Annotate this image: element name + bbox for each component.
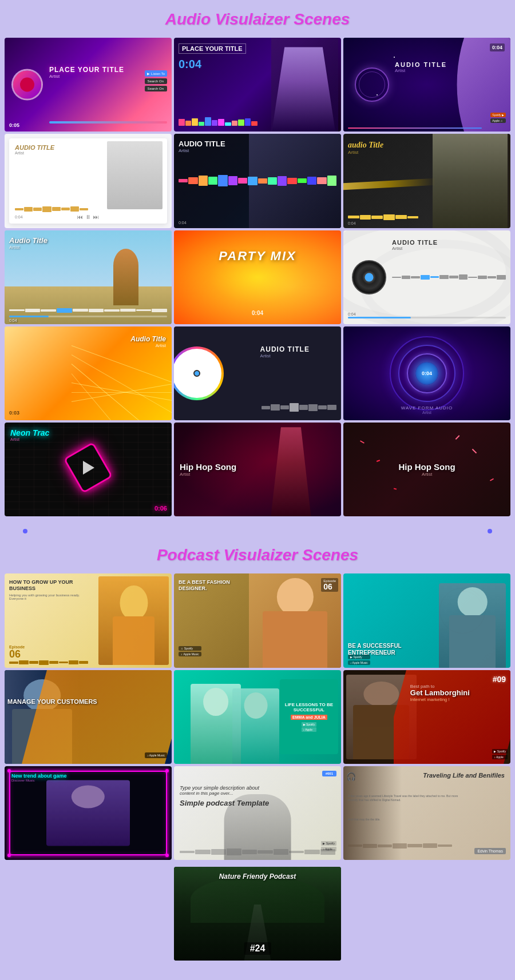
audio-grid: PLACE YOUR TITLE Artist ▶ Listen To Sear… — [0, 34, 515, 523]
s1-title: PLACE YOUR TITLE — [49, 66, 124, 74]
podcast-scene-7[interactable]: New trend about game Discover Music — [5, 766, 172, 860]
s11-time: 0:04 — [192, 377, 201, 383]
s3-time: 0:04 — [490, 43, 505, 51]
s15-title: Hip Hop Song — [398, 462, 455, 472]
s13-subtitle: Artist — [10, 437, 49, 441]
ps9-subtitle: Edvin Thomas — [477, 849, 503, 853]
s3-title: AUDIO TITLE — [395, 61, 447, 68]
audio-scene-13[interactable]: Neon Trac Artist 0:06 — [5, 423, 172, 516]
ps6-title: Get Lamborghini — [410, 689, 508, 697]
audio-scene-7[interactable]: Audio Title Artist 0:04 — [5, 230, 172, 324]
ps9-title: Traveling Life and Benifiles — [423, 772, 505, 779]
s10-title: Audio Title — [130, 335, 166, 343]
s4-title: AUDIO TITLE — [15, 144, 54, 151]
podcast-scene-6[interactable]: Best path to Get Lamborghini Internet ma… — [343, 670, 510, 764]
dot-right — [488, 529, 492, 533]
s14-title: Hip Hop Song — [180, 462, 236, 472]
s4-subtitle: Artist — [15, 151, 54, 155]
s12-time: 0:04 — [422, 371, 432, 376]
s5-time: 0:04 — [179, 221, 187, 225]
audio-scene-3[interactable]: AUDIO TITLE Artist 0:04 Spotify ▶ Apple … — [343, 38, 510, 132]
s15-subtitle: Artist — [398, 472, 455, 477]
audio-scene-8[interactable]: PARTY MIX 0:04 — [174, 230, 341, 324]
s7-subtitle: Artist — [9, 245, 47, 250]
s9-time: 0:04 — [348, 312, 356, 316]
s11-title: AUDIO TITLE — [260, 345, 335, 353]
audio-scene-4[interactable]: AUDIO TITLE Artist ⏮ — [5, 134, 172, 228]
ps1-title: HOW TO GROW UP YOUR BUSINESS — [9, 579, 88, 592]
audio-scene-15[interactable]: Hip Hop Song Artist — [343, 423, 510, 516]
s14-subtitle: Artist — [180, 472, 236, 477]
podcast-scene-8[interactable]: Type your simple description about conte… — [174, 766, 341, 860]
audio-section-header: Audio Visulaizer Scenes — [0, 0, 515, 34]
audio-scene-6[interactable]: audio Title Artist 0:04 — [343, 134, 510, 228]
podcast-scene-2[interactable]: BE A BEST FASHION DESIGNER. Episode 06 ♫… — [174, 573, 341, 667]
s4-time-bottom: 0:04 — [15, 215, 23, 219]
podcast-scene-4[interactable]: MANAGE YOUR CUSTOMERS ♪ Apple Music — [5, 670, 172, 764]
podcast-section: Podcast Visulaizer Scenes HOW TO GROW UP… — [0, 523, 515, 967]
audio-scene-12[interactable]: 0:04 WAVE FORM AUDIO Artist — [343, 326, 510, 420]
audio-scene-5[interactable]: AUDIO TITLE Artist — [174, 134, 341, 228]
s5-title: AUDIO TITLE — [179, 140, 225, 148]
s5-subtitle: Artist — [179, 148, 225, 153]
audio-scene-10[interactable]: Audio Title Artist 0:03 — [5, 326, 172, 420]
ps4-title: MANAGE YOUR CUSTOMERS — [7, 698, 105, 705]
podcast-scene-1[interactable]: HOW TO GROW UP YOUR BUSINESS Helping you… — [5, 573, 172, 667]
s9-title: AUDIO TITLE — [392, 239, 438, 246]
audio-scene-1[interactable]: PLACE YOUR TITLE Artist ▶ Listen To Sear… — [5, 38, 172, 132]
audio-scene-14[interactable]: Hip Hop Song Artist — [174, 423, 341, 516]
podcast-scene-10[interactable]: Nature Friendy Podcast #24 — [174, 867, 341, 961]
s9-subtitle: Artist — [392, 246, 438, 251]
s10-time: 0:03 — [9, 410, 19, 416]
ps7-title: New trend about game — [11, 773, 67, 779]
audio-scene-9[interactable]: AUDIO TITLE Artist 0 — [343, 230, 510, 324]
ps5-title: LIFE LESSONS TO BE SUCCESSFUL — [282, 702, 336, 713]
s8-title: PARTY MIX — [219, 249, 296, 264]
audio-scene-2[interactable]: PLACE YOUR TITLE 0:04 — [174, 38, 341, 132]
podcast-title: Podcast Visulaizer Scenes — [0, 536, 515, 570]
ps10-title: Nature Friendy Podcast — [183, 873, 332, 881]
s7-time: 0:04 — [9, 318, 17, 322]
audio-scene-11[interactable]: 0:04 AUDIO TITLE Artist — [174, 326, 341, 420]
s8-time: 0:04 — [252, 310, 263, 316]
s13-title: Neon Trac — [10, 428, 49, 437]
s11-subtitle: Artist — [260, 353, 335, 358]
dot-left — [23, 529, 27, 533]
s6-time: 0:04 — [348, 221, 356, 225]
ps2-title: BE A BEST FASHION DESIGNER. — [179, 579, 249, 592]
s6-subtitle: Artist — [348, 150, 383, 155]
s6-title: audio Title — [348, 141, 383, 150]
s10-subtitle: Artist — [130, 343, 166, 348]
podcast-grid: HOW TO GROW UP YOUR BUSINESS Helping you… — [0, 570, 515, 867]
s7-title: Audio Title — [9, 236, 47, 245]
s2-title: PLACE YOUR TITLE — [179, 43, 246, 54]
s13-time: 0:06 — [154, 505, 167, 512]
s2-time: 0:04 — [179, 58, 201, 71]
podcast-bottom-row: Nature Friendy Podcast #24 — [0, 867, 515, 967]
podcast-scene-3[interactable]: BE A SUCCESSFUL ENTREPRENEUR ▶ Spotify ♪… — [343, 573, 510, 667]
audio-title: Audio Visulaizer Scenes — [0, 0, 515, 34]
s1-time: 0:05 — [9, 122, 19, 128]
ps8-title: Simple podcast Template — [180, 799, 269, 807]
podcast-scene-9[interactable]: 🎧 Traveling Life and Benifiles A few yea… — [343, 766, 510, 860]
ps5-subtitle: EMMA and JULIA — [291, 715, 327, 720]
podcast-scene-5[interactable]: LIFE LESSONS TO BE SUCCESSFUL EMMA and J… — [174, 670, 341, 764]
s3-subtitle: Artist — [395, 68, 447, 73]
ps10-badge: #24 — [244, 942, 271, 955]
s1-subtitle: Artist — [49, 74, 124, 79]
